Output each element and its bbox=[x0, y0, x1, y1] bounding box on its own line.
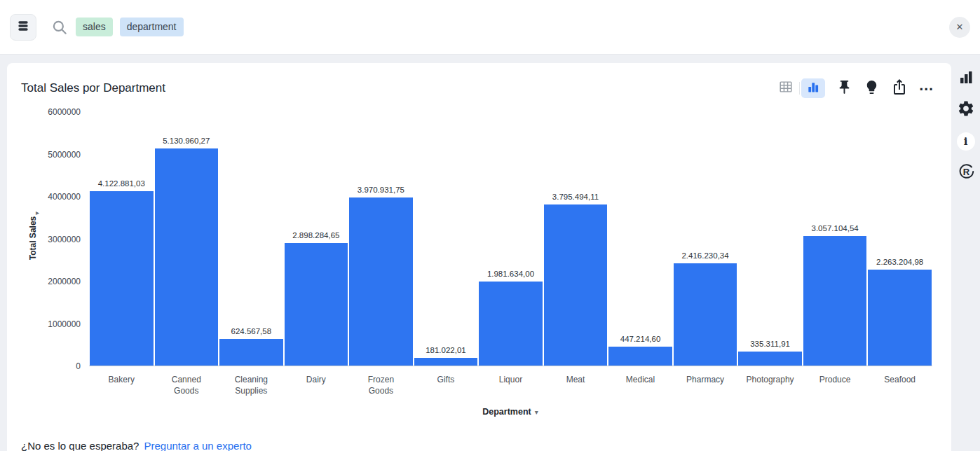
bar[interactable] bbox=[608, 347, 672, 366]
bar-value-label: 1.981.634,00 bbox=[487, 270, 534, 278]
share-button[interactable] bbox=[891, 78, 908, 98]
data-stack-icon bbox=[16, 19, 30, 36]
x-axis-labels: BakeryCanned GoodsCleaning SuppliesDairy… bbox=[89, 375, 932, 396]
y-axis-tick: 0 bbox=[76, 361, 81, 371]
x-axis-label: Photography bbox=[737, 375, 803, 396]
bar-column: 181.022,01 bbox=[414, 112, 478, 366]
share-icon bbox=[891, 78, 908, 98]
x-axis-label: Bakery bbox=[89, 375, 154, 396]
y-axis-tick: 3000000 bbox=[48, 235, 81, 244]
search-icon bbox=[50, 18, 69, 36]
bar-column: 3.795.494,11 bbox=[544, 112, 608, 366]
ask-expert-link[interactable]: Preguntar a un experto bbox=[144, 440, 251, 451]
search-token-sales[interactable]: sales bbox=[76, 18, 113, 36]
x-axis-label: Frozen Goods bbox=[348, 375, 414, 396]
answer-footer: ¿No es lo que esperaba? Preguntar a un e… bbox=[21, 440, 252, 451]
info-icon: i bbox=[957, 132, 975, 151]
bar-value-label: 181.022,01 bbox=[426, 346, 466, 354]
right-rail: i R bbox=[951, 69, 980, 183]
lightbulb-icon bbox=[864, 79, 880, 98]
bar-value-label: 2.263.204,98 bbox=[876, 258, 923, 266]
pin-button[interactable] bbox=[836, 79, 852, 98]
y-axis-tick: 1000000 bbox=[48, 319, 81, 329]
bar-value-label: 3.970.931,75 bbox=[358, 186, 404, 194]
bar-column: 2.898.284,65 bbox=[285, 112, 348, 366]
viz-toggle-divider bbox=[799, 82, 800, 95]
chart-panel-button[interactable] bbox=[956, 69, 976, 88]
x-axis-label: Produce bbox=[803, 375, 868, 396]
clear-search-button[interactable]: ✕ bbox=[949, 17, 970, 38]
search-token-department[interactable]: department bbox=[120, 18, 184, 36]
bar-chart-icon bbox=[958, 69, 974, 88]
more-icon: ⋯ bbox=[919, 81, 934, 96]
y-axis-ticks: 0100000020000003000000400000050000006000… bbox=[7, 112, 81, 366]
bar[interactable] bbox=[349, 197, 413, 366]
bar[interactable] bbox=[285, 243, 348, 366]
footer-question: ¿No es lo que esperaba? bbox=[21, 440, 139, 451]
x-axis-label: Medical bbox=[608, 375, 673, 396]
x-axis-label: Meat bbox=[543, 375, 608, 396]
bar-value-label: 4.122.881,03 bbox=[98, 179, 145, 188]
bar-column: 335.311,91 bbox=[738, 112, 802, 366]
answer-toolbar: ⋯ bbox=[774, 78, 934, 98]
bar-column: 3.970.931,75 bbox=[349, 112, 413, 366]
info-button[interactable]: i bbox=[956, 132, 976, 151]
spotiq-button[interactable] bbox=[864, 79, 880, 98]
x-axis-title: Department bbox=[482, 407, 531, 417]
x-axis-label: Pharmacy bbox=[673, 375, 738, 396]
bar-value-label: 2.898.284,65 bbox=[292, 231, 339, 240]
y-axis-tick: 6000000 bbox=[48, 107, 81, 117]
bar-value-label: 2.416.230,34 bbox=[681, 251, 728, 260]
table-icon bbox=[778, 79, 794, 97]
r-circle-icon: R bbox=[957, 162, 975, 183]
x-axis-label: Seafood bbox=[867, 375, 932, 396]
bar-value-label: 3.057.104,54 bbox=[812, 224, 859, 233]
page-title: Total Sales por Department bbox=[21, 81, 165, 95]
bar[interactable] bbox=[803, 236, 867, 366]
x-axis-title-control[interactable]: Department ▾ bbox=[482, 407, 538, 417]
bar-value-label: 335.311,91 bbox=[750, 340, 790, 348]
chevron-down-icon: ▾ bbox=[535, 408, 538, 416]
table-view-button[interactable] bbox=[774, 78, 798, 98]
answer-header: Total Sales por Department bbox=[7, 63, 951, 98]
chart-view-button[interactable] bbox=[801, 78, 825, 98]
bar-value-label: 624.567,58 bbox=[231, 327, 272, 335]
bar-column: 2.263.204,98 bbox=[868, 112, 932, 366]
bar-column: 4.122.881,03 bbox=[90, 112, 154, 366]
app-menu-button[interactable] bbox=[10, 14, 36, 41]
bar[interactable] bbox=[674, 263, 737, 366]
bar-column: 2.416.230,34 bbox=[674, 112, 737, 366]
x-axis-label: Liquor bbox=[478, 375, 543, 396]
settings-button[interactable] bbox=[956, 100, 976, 120]
bar-column: 447.214,60 bbox=[608, 112, 672, 366]
top-bar: sales department ✕ bbox=[0, 0, 980, 55]
bar-column: 1.981.634,00 bbox=[479, 112, 543, 366]
x-axis-label: Dairy bbox=[284, 375, 349, 396]
bar[interactable] bbox=[90, 191, 154, 366]
bar[interactable] bbox=[219, 339, 283, 366]
bar[interactable] bbox=[479, 282, 543, 366]
x-axis-label: Gifts bbox=[414, 375, 479, 396]
bar-column: 5.130.960,27 bbox=[155, 112, 219, 366]
bar[interactable] bbox=[868, 270, 932, 366]
bar[interactable] bbox=[738, 352, 802, 366]
close-icon: ✕ bbox=[956, 22, 964, 32]
y-axis-tick: 2000000 bbox=[48, 277, 81, 286]
bar-value-label: 447.214,60 bbox=[620, 335, 661, 343]
gear-icon bbox=[957, 99, 975, 120]
y-axis-tick: 5000000 bbox=[48, 150, 81, 160]
bar[interactable] bbox=[544, 204, 608, 366]
plot-area: 4.122.881,035.130.960,27624.567,582.898.… bbox=[89, 112, 932, 366]
viz-toggle bbox=[774, 78, 825, 98]
more-button[interactable]: ⋯ bbox=[919, 81, 934, 96]
svg-text:R: R bbox=[962, 167, 969, 177]
r-analysis-button[interactable]: R bbox=[956, 163, 976, 183]
bar-chart: ▸ Total Sales 01000000200000030000004000… bbox=[7, 63, 951, 451]
bar[interactable] bbox=[155, 148, 219, 366]
bar-value-label: 3.795.494,11 bbox=[552, 193, 599, 201]
bar[interactable] bbox=[414, 358, 478, 366]
bar-chart-icon bbox=[806, 80, 820, 97]
y-axis-tick: 4000000 bbox=[48, 192, 81, 202]
search-input[interactable]: sales department ✕ bbox=[50, 17, 970, 38]
x-axis-label: Cleaning Supplies bbox=[219, 375, 284, 396]
